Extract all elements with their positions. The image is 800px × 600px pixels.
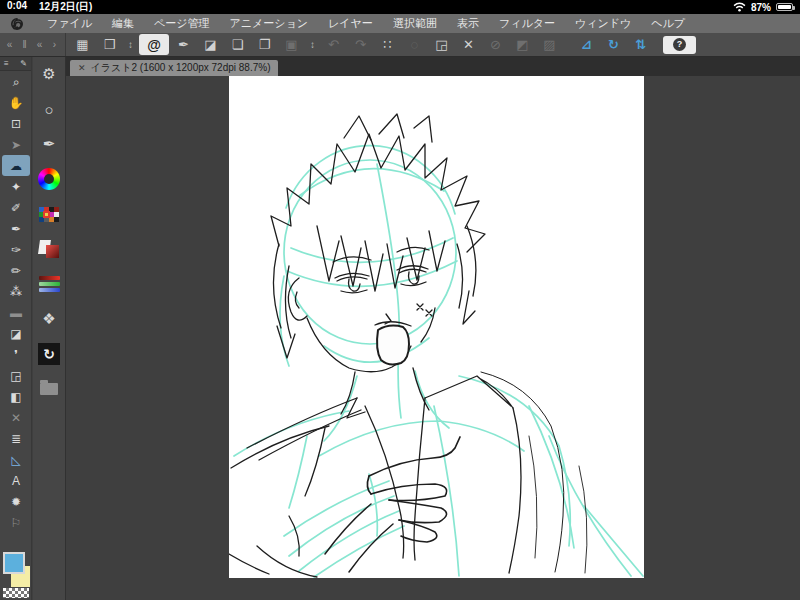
wifi-icon xyxy=(733,2,746,12)
tab-title: イラスト2 (1600 x 1200px 72dpi 88.7%) xyxy=(91,61,271,75)
dock-controls: «‖«› xyxy=(0,33,66,56)
menu-item[interactable]: フィルター xyxy=(489,14,565,33)
pencil-tool[interactable]: ✏ xyxy=(0,260,32,281)
lasso-selection-tool[interactable]: ☁ xyxy=(2,155,30,176)
status-time: 0:04 xyxy=(7,0,27,14)
canvas-workspace[interactable] xyxy=(66,76,800,600)
tool-palette-grid-icon[interactable]: ▦ xyxy=(70,34,95,55)
foreground-color-swatch[interactable] xyxy=(3,552,25,574)
clip-studio-paint-app: 0:04 12月2日(日) 87% ファイル編集ページ管理アニメーションレイヤー… xyxy=(0,0,800,600)
blend-tool[interactable]: ❜ xyxy=(0,344,32,365)
menu-item[interactable]: レイヤー xyxy=(318,14,383,33)
open-file-icon[interactable]: ❐ xyxy=(252,34,277,55)
stepper-icon[interactable]: ↕ xyxy=(124,34,137,55)
color-history-icon[interactable] xyxy=(36,237,62,261)
save-icon[interactable]: ▣ xyxy=(279,34,304,55)
dock-pause-icon[interactable]: ‖ xyxy=(18,35,31,55)
menu-item[interactable]: ページ管理 xyxy=(144,14,220,33)
battery-icon xyxy=(776,3,793,11)
character-sketch xyxy=(229,76,644,578)
menu-item[interactable]: アニメーション xyxy=(220,14,319,33)
decoration-tool[interactable]: ▬ xyxy=(0,302,32,323)
stepper-icon[interactable]: ↕ xyxy=(306,34,319,55)
flip-view-icon[interactable]: ⇅ xyxy=(628,34,653,55)
document-tab-bar: ✕ イラスト2 (1600 x 1200px 72dpi 88.7%) xyxy=(66,57,800,76)
eraser-switch-icon[interactable]: ◪ xyxy=(198,34,223,55)
pen-switch-icon[interactable]: ✒ xyxy=(171,34,196,55)
brush-size-icon[interactable]: ✒ xyxy=(36,132,62,156)
text-tool[interactable]: A xyxy=(0,470,32,491)
fill-tool[interactable]: ◲ xyxy=(0,365,32,386)
layer-palette-icon[interactable]: ❖ xyxy=(36,307,62,331)
menu-item[interactable]: ヘルプ xyxy=(641,14,695,33)
tool-palette: ≡ ✎ ⌕✋⊡➤☁✦✐✒✑✏⁂▬◪❜◲◧✕≣◺A✹⚐ xyxy=(0,57,32,600)
menu-items: ファイル編集ページ管理アニメーションレイヤー選択範囲表示フィルターウィンドウヘル… xyxy=(37,14,695,33)
eraser-tool[interactable]: ◪ xyxy=(0,323,32,344)
auto-select-tool[interactable]: ✦ xyxy=(0,176,32,197)
clip-studio-mode-icon[interactable]: @ xyxy=(139,34,169,55)
color-set-icon[interactable] xyxy=(36,202,62,226)
navigator-icon[interactable]: ↻ xyxy=(36,342,62,366)
transform-mesh-icon[interactable]: ✕ xyxy=(456,34,481,55)
brush-tool[interactable]: ✑ xyxy=(0,239,32,260)
tab-close-icon[interactable]: ✕ xyxy=(78,63,86,73)
fill-bucket-icon[interactable]: ◲ xyxy=(429,34,454,55)
balloon-tool[interactable]: ✹ xyxy=(0,491,32,512)
color-wheel-icon[interactable] xyxy=(36,167,62,191)
drawing-canvas[interactable] xyxy=(229,76,644,578)
pen-tool[interactable]: ✒ xyxy=(0,218,32,239)
airbrush-tool[interactable]: ⁂ xyxy=(0,281,32,302)
menu-item[interactable]: 表示 xyxy=(447,14,489,33)
battery-percent: 87% xyxy=(751,2,771,13)
tool-palette-header: ≡ ✎ xyxy=(0,57,31,71)
selection-launcher-icon[interactable]: ◌ xyxy=(402,34,427,55)
clip-studio-swirl-logo xyxy=(9,16,25,32)
menu-item[interactable]: 選択範囲 xyxy=(383,14,447,33)
frame-border-tool[interactable]: ≣ xyxy=(0,428,32,449)
redo-icon[interactable]: ↷ xyxy=(348,34,373,55)
current-tool-icon: ✎ xyxy=(20,59,27,68)
palette-dock: ⚙ ○ ✒ ❖ ↻ xyxy=(33,57,66,600)
selection-pen-icon[interactable]: ∷ xyxy=(375,34,400,55)
ruler-tool[interactable]: ◺ xyxy=(0,449,32,470)
menu-item[interactable]: ウィンドウ xyxy=(565,14,641,33)
document-tab[interactable]: ✕ イラスト2 (1600 x 1200px 72dpi 88.7%) xyxy=(70,60,278,76)
frame-select-icon[interactable]: ▨ xyxy=(537,34,562,55)
command-toolbar: «‖«› ▦❒↕@✒◪❏❐▣↕↶↷∷◌◲✕⊘◩▨⊿↻⇅? xyxy=(0,33,800,57)
object-tool[interactable]: ➤ xyxy=(0,134,32,155)
new-canvas-icon[interactable]: ❏ xyxy=(225,34,250,55)
dock-collapse-icon[interactable]: « xyxy=(3,35,16,55)
snap-ruler-icon[interactable]: ⊿ xyxy=(574,34,599,55)
menu-item[interactable]: ファイル xyxy=(37,14,102,33)
clear-selection-icon[interactable]: ⊘ xyxy=(483,34,508,55)
rotate-view-icon[interactable]: ↻ xyxy=(601,34,626,55)
status-bar: 0:04 12月2日(日) 87% xyxy=(0,0,800,14)
undo-icon[interactable]: ↶ xyxy=(321,34,346,55)
status-date: 12月2日(日) xyxy=(39,0,92,14)
help-icon[interactable]: ? xyxy=(663,36,696,54)
eyedropper-tool[interactable]: ✐ xyxy=(0,197,32,218)
transparent-color-swatch[interactable] xyxy=(3,588,29,598)
palette-menu-icon[interactable]: ≡ xyxy=(4,59,9,68)
zoom-tool[interactable]: ⌕ xyxy=(0,71,32,92)
move-layer-tool[interactable]: ⊡ xyxy=(0,113,32,134)
mask-icon[interactable]: ◩ xyxy=(510,34,535,55)
color-slider-icon[interactable] xyxy=(36,272,62,296)
menu-bar: ファイル編集ページ管理アニメーションレイヤー選択範囲表示フィルターウィンドウヘル… xyxy=(0,14,800,33)
sub-tool-icon[interactable]: ○ xyxy=(36,97,62,121)
dock-collapse2-icon[interactable]: « xyxy=(33,35,46,55)
dock-expand-icon[interactable]: › xyxy=(48,35,61,55)
tool-list: ⌕✋⊡➤☁✦✐✒✑✏⁂▬◪❜◲◧✕≣◺A✹⚐ xyxy=(0,71,31,533)
material-folder-icon[interactable] xyxy=(36,377,62,401)
move-screen-tool[interactable]: ✋ xyxy=(0,92,32,113)
toolbar-buttons: ▦❒↕@✒◪❏❐▣↕↶↷∷◌◲✕⊘◩▨⊿↻⇅? xyxy=(66,34,696,55)
screen-layout-icon[interactable]: ❒ xyxy=(97,34,122,55)
menu-item[interactable]: 編集 xyxy=(102,14,144,33)
tool-property-icon[interactable]: ⚙ xyxy=(36,62,62,86)
gradient-tool[interactable]: ◧ xyxy=(0,386,32,407)
correction-tool[interactable]: ⚐ xyxy=(0,512,32,533)
figure-tool[interactable]: ✕ xyxy=(0,407,32,428)
